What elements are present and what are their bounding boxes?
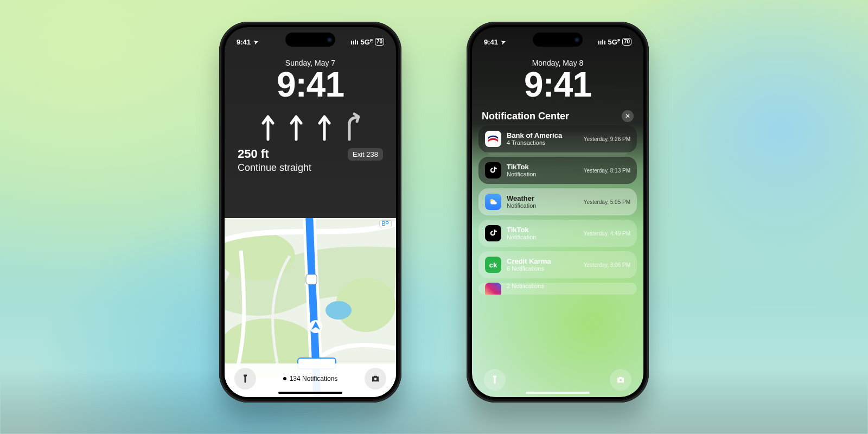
notification-card[interactable]: WeatherNotificationYesterday, 5:05 PM (478, 188, 637, 215)
nav-exit-pill: Exit 238 (348, 148, 383, 161)
network-label: 5Gᴱ (608, 38, 620, 46)
camera-icon (616, 375, 626, 385)
signal-bars-icon: ıılı (598, 38, 605, 46)
map-poi-bp[interactable]: BP (379, 220, 392, 227)
notification-time: Yesterday, 4:49 PM (584, 231, 630, 237)
notification-time: Yesterday, 9:26 PM (584, 136, 630, 142)
lock-screen-nav: 9:41 ➤ ıılı 5Gᴱ 70 Sunday, May 7 9:41 (225, 27, 396, 397)
status-time: 9:41 (237, 38, 251, 46)
notification-sub: 2 Notifications (507, 283, 625, 289)
notification-sub: 6 Notifications (507, 265, 578, 272)
status-time: 9:41 (484, 38, 498, 46)
notification-time: Yesterday, 8:13 PM (584, 168, 630, 174)
notification-card[interactable]: TikTokNotificationYesterday, 4:49 PM (478, 220, 637, 247)
notification-summary[interactable]: 134 Notifications (283, 375, 338, 382)
tiktok-icon (485, 162, 501, 178)
close-icon: ✕ (625, 112, 630, 120)
camera-button[interactable] (365, 368, 386, 390)
lock-date: Sunday, May 7 (225, 59, 396, 67)
lane-guidance (225, 103, 396, 145)
lock-time: 9:41 (472, 67, 643, 103)
nc-close-button[interactable]: ✕ (622, 110, 634, 122)
notification-app: TikTok (507, 226, 578, 234)
lock-date: Monday, May 8 (472, 59, 643, 67)
notification-time: Yesterday, 3:06 PM (584, 262, 630, 268)
lane-straight-icon (317, 112, 332, 142)
dynamic-island (533, 33, 583, 47)
bankofamerica-icon (485, 131, 501, 147)
notification-sub: 4 Transactions (507, 139, 578, 146)
lane-straight-icon (260, 112, 276, 142)
tiktok-icon (485, 225, 501, 241)
home-indicator[interactable] (526, 392, 590, 394)
instagram-icon (485, 283, 501, 295)
flashlight-button[interactable] (234, 368, 256, 390)
notification-app: Bank of America (507, 132, 578, 139)
nc-list[interactable]: Bank of America4 TransactionsYesterday, … (472, 125, 643, 295)
lock-screen-nc: 9:41 ➤ ıılı 5Gᴱ 70 Monday, May 8 9:41 No… (472, 27, 643, 397)
weather-icon (485, 194, 501, 210)
lock-action-bar: 134 Notifications (225, 363, 396, 397)
flashlight-button[interactable] (484, 369, 506, 391)
signal-bars-icon: ıılı (350, 38, 358, 46)
notification-card[interactable]: ckCredit Karma6 NotificationsYesterday, … (478, 251, 637, 278)
nav-instruction-card: 250 ft Exit 238 Continue straight (225, 145, 396, 179)
network-label: 5Gᴱ (361, 38, 373, 46)
dynamic-island (285, 33, 335, 47)
notification-app: TikTok (507, 163, 578, 171)
location-arrow-icon: ➤ (252, 38, 259, 46)
notification-sub: Notification (507, 171, 578, 177)
home-indicator[interactable] (278, 392, 342, 394)
location-arrow-icon: ➤ (500, 38, 506, 46)
notification-sub: Notification (507, 202, 578, 209)
phone-right: 9:41 ➤ ıılı 5Gᴱ 70 Monday, May 8 9:41 No… (467, 22, 649, 403)
battery-pill: 70 (375, 38, 384, 46)
camera-button[interactable] (610, 369, 631, 391)
lock-time: 9:41 (225, 67, 396, 103)
notification-sub: Notification (507, 234, 578, 240)
svg-point-5 (326, 301, 352, 320)
nav-distance: 250 ft (238, 147, 269, 161)
notification-time: Yesterday, 5:05 PM (584, 199, 630, 205)
lane-straight-icon (289, 112, 304, 142)
svg-rect-6 (306, 275, 317, 284)
notification-app: Credit Karma (507, 258, 578, 265)
lane-right-icon (345, 112, 360, 142)
notification-card[interactable]: 2 Notifications (478, 283, 637, 295)
flashlight-icon (240, 374, 250, 384)
battery-pill: 70 (622, 38, 631, 46)
notification-app: Weather (507, 195, 578, 202)
notification-card[interactable]: TikTokNotificationYesterday, 8:13 PM (478, 157, 637, 184)
creditkarma-icon: ck (485, 257, 501, 273)
camera-icon (371, 374, 380, 384)
notification-card[interactable]: Bank of America4 TransactionsYesterday, … (478, 125, 637, 152)
nav-instruction: Continue straight (238, 162, 383, 174)
phone-left: 9:41 ➤ ıılı 5Gᴱ 70 Sunday, May 7 9:41 (219, 22, 401, 403)
nc-title: Notification Center (482, 111, 569, 122)
flashlight-icon (490, 375, 500, 385)
